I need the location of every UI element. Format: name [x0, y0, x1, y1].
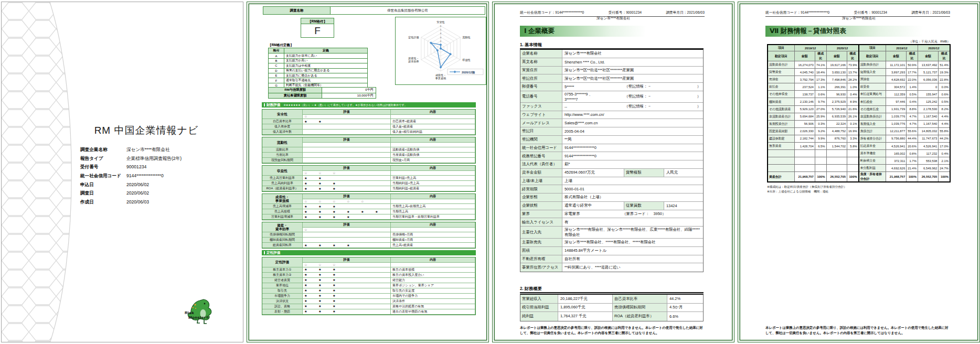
- financial-summary-table: 営業総収入 20,186,227千元 自己資本比率 44.2% 税引前当期利益 …: [520, 294, 704, 321]
- metric-stars: ★★: [303, 119, 391, 124]
- eval-column-header: 評価: [303, 137, 391, 143]
- section-name: 収益性: [262, 166, 303, 176]
- bs-ratio: 0.4%: [939, 150, 950, 157]
- bs-account: 流動資産合計: [768, 61, 794, 69]
- metric-label: 売掛債権回転期間: [262, 232, 303, 238]
- qualitative-banner: 定性評価: [262, 250, 476, 255]
- bs-amount: 26,552,705: [826, 172, 847, 182]
- info-value: Sales@****.com.cn: [562, 119, 703, 127]
- field-label: 申込日: [80, 182, 126, 187]
- bs-amount: 1,428,704: [794, 143, 815, 150]
- info-label: 事業所位置/アクセス: [520, 263, 562, 272]
- bs-ratio: 55.8%: [939, 127, 950, 135]
- metric-label: 総資産回転率: [262, 243, 303, 248]
- radar-axis-label: 定性評価: [408, 36, 419, 39]
- bs-account: 資産合計: [768, 172, 794, 182]
- star-slot: ★: [304, 216, 318, 219]
- info-label: 登記住所: [520, 74, 562, 82]
- bs-subheader-row: 勘定項目金額構成比金額構成比 勘定項目金額構成比金額構成比: [768, 51, 950, 61]
- metric-label: 株主資本力①: [262, 267, 303, 273]
- bs-amount: 22,324: [826, 120, 847, 127]
- field-label: 報告タイプ: [80, 156, 126, 161]
- bs-amount: 5,694,684: [794, 113, 815, 120]
- section-stars: ☆☆☆☆☆: [303, 199, 391, 204]
- metric-formula: 株主の資本規模: [391, 267, 475, 273]
- bs-row: 剰余積立金 372,311 1.7% 553,538 2.1%: [768, 157, 950, 165]
- definition-row: A 支払能力が非常に高い: [269, 53, 367, 58]
- financial-eval-sections: 安全性 評価 内容 ☆ 自己資本比率 ★★ 自己資本÷総資産借入依存度 借入金÷…: [262, 109, 476, 249]
- cover-field-row: 調査日 2020/06/02: [80, 191, 182, 196]
- fin-summary-row: 税引前当期利益 1,895,060千元 売掛債権回転期間 4.5か月: [520, 304, 703, 313]
- star-slot: ★: [318, 177, 333, 180]
- bs-amount: 553,538: [918, 157, 938, 165]
- bs-amount: 97,446: [886, 98, 906, 105]
- limit-row: RM与信限度額 0千円: [269, 88, 376, 93]
- metric-formula: 当座資産÷流動負債: [391, 153, 475, 158]
- section-name: 安全性: [262, 110, 303, 120]
- metric-stars: ★★★: [303, 283, 391, 288]
- logo-text-monster: Monster®: [188, 315, 209, 320]
- info-label: 企業名称: [520, 50, 562, 58]
- field-value: 9144**************0: [126, 174, 164, 178]
- star-slot: ★: [318, 210, 333, 213]
- info-row: 上場/未上場上場: [520, 177, 703, 186]
- metric-formula: 借入金÷総資産: [391, 124, 475, 130]
- info-value: 有: [562, 218, 703, 226]
- rating-section: 定性評価 評価 内容 ☆☆☆ 株主資本力① ★★★ 株主の資本規模株主資本力② …: [262, 257, 476, 315]
- balance-sheet-table: 項目2019/122020/12 項目2019/122020/12 勘定項目金額…: [767, 44, 951, 182]
- fin-label: 売掛債権回転期間: [613, 304, 667, 312]
- star-slot: ★: [304, 310, 318, 313]
- info-row: 登記住所深セン市**区**街道***社区********産業園: [520, 74, 703, 83]
- bs-amount: 3,792,794: [794, 76, 815, 83]
- metric-label: 流動比率: [262, 147, 303, 153]
- metric-label: 決済状況: [262, 299, 303, 304]
- star-slot: ★: [333, 182, 347, 185]
- star-slot: ★: [318, 294, 333, 297]
- bs-amount: 2,182,744: [794, 135, 815, 142]
- info-value: 自社所有: [562, 255, 703, 263]
- bs-ratio: 17.7%: [907, 69, 918, 76]
- bs-amount: 26,552,705: [918, 172, 938, 182]
- bs-account: 負債・所有者持分合計: [859, 172, 886, 182]
- metric-formula: 当期営業利益率－前期営業利益率: [391, 214, 475, 220]
- info-label: 経営期限: [520, 185, 562, 193]
- metric-formula: 売掛債権÷月商: [391, 232, 475, 238]
- radar-axis-label: 安全性: [436, 20, 445, 24]
- info-row: 主要仕入先深セン市*****有限会社、深セン市*****有限会社、広東*****…: [520, 227, 703, 239]
- bs-ratio: 100%: [907, 172, 918, 182]
- star-slot: ☆: [361, 200, 375, 203]
- cover-field-row: 統一社会信用コード 9144**************0: [80, 174, 182, 178]
- bs-account: 資本準備金: [859, 150, 886, 157]
- star-slot: ★: [333, 273, 347, 276]
- bs-row: 未分配利益 4,692,626 21.4% 6,549,962 24.7%: [768, 165, 950, 172]
- grade-definition: 将来の支払い能力に懸念がある: [284, 69, 367, 73]
- logo-text-risk: Risk: [185, 310, 194, 315]
- metric-formula: 当期純利益÷総資産: [391, 186, 475, 191]
- info-value: 5000-01-01: [562, 185, 703, 193]
- info-row: 企業形態株式有限会社（上場）: [520, 194, 703, 202]
- bs-account: 買掛金: [859, 76, 886, 83]
- info-value: 深セン市****有限会社: [562, 50, 703, 58]
- metric-formula: 当期売上高÷前期売上高: [391, 204, 475, 209]
- bs-ratio: 4.7%: [907, 120, 918, 127]
- fin-label: ROA（総資産利益率）: [613, 312, 667, 321]
- star-slot: ★: [318, 273, 333, 276]
- metric-stars: ★★★: [303, 299, 391, 304]
- radar-scale-tick: 6: [440, 25, 442, 27]
- grade-definition: 支払能力が高い: [284, 59, 367, 63]
- bs-amount: 138,737: [794, 91, 815, 98]
- bs-row: 長期投資合計 56,906 0.3% 22,324 0.1%長期借入金 1,03…: [768, 120, 950, 127]
- bs-amount: 6,935,539: [826, 113, 847, 120]
- note-source: ※出所：上場会社による公開情報 機関：連結: [767, 189, 847, 194]
- metric-label: 売上高増減率: [262, 204, 303, 209]
- bs-ratio: [847, 157, 858, 165]
- bs-ratio: 17.0%: [939, 143, 950, 150]
- info-label: 税務登記番号: [520, 152, 562, 160]
- bs-ratio: 9.9%: [815, 135, 826, 142]
- star-slot: ★: [318, 182, 333, 185]
- bs-ratio: [815, 150, 826, 157]
- balance-sheet-notes: ※構成比は：勘定科目/資産合計（負債及び所有者持分合計） ※出所：上場会社による…: [767, 185, 847, 194]
- info-label: 主要販売先: [520, 239, 562, 246]
- radar-chart: 0123456安全性流動性収益性成長性・事業規模資産性・資本効率定性評価2020…: [396, 17, 485, 84]
- star-slot: ★: [333, 289, 347, 292]
